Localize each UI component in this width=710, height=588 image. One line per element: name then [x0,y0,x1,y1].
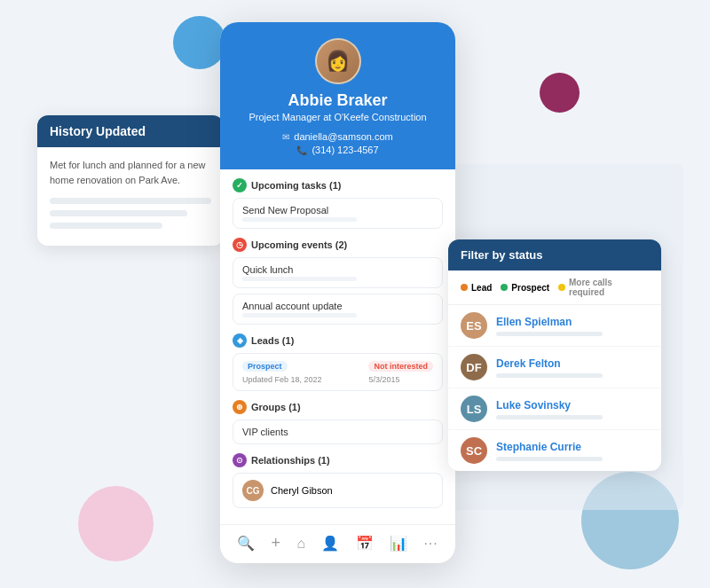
groups-icon: ⊕ [233,400,247,414]
group-item-1[interactable]: VIP clients [233,419,443,444]
history-line-3 [50,223,162,229]
leads-header: ◈ Leads (1) [233,333,443,348]
lead-dot [461,284,468,291]
tasks-icon: ✓ [233,178,247,192]
upcoming-events-label: Upcoming events (2) [251,239,347,250]
nav-home[interactable]: ⌂ [296,536,305,552]
contact-info: ✉ daniella@samson.com 📞 (314) 123-4567 [234,131,441,155]
contact-phone: (314) 123-4567 [312,145,378,155]
phone-nav: 🔍 + ⌂ 👤 📅 📊 ··· [220,524,455,563]
leads-row: Prospect Updated Feb 18, 2022 Not intere… [242,360,433,384]
history-card: History Updated Met for lunch and planne… [37,115,224,246]
person-line-3 [496,415,603,419]
person-line-2 [496,373,603,378]
avatar: 👩 [315,38,361,84]
phone-card-body: ✓ Upcoming tasks (1) Send New Proposal ◷… [220,169,455,524]
deco-circle-pink [78,486,154,561]
lead-label: Lead [471,283,492,293]
lead-item-1[interactable]: Prospect Updated Feb 18, 2022 Not intere… [233,353,443,391]
filter-title: Filter by status [461,248,542,262]
history-card-header: History Updated [37,115,224,147]
person-row-2[interactable]: DF Derek Felton [448,347,661,388]
person-avatar-3: LS [461,396,487,422]
more-dot [558,284,565,291]
event-text-2: Annual account update [242,301,433,311]
history-line-2 [50,210,187,216]
relationships-label: Relationships (1) [251,455,330,466]
prospect-label: Prospect [511,283,549,293]
deco-circle-blue-top [173,16,226,69]
event-item-1[interactable]: Quick lunch [233,257,443,288]
avatar-image: 👩 [317,38,359,84]
task-item-1[interactable]: Send New Proposal [233,198,443,229]
person-line-4 [496,457,603,461]
nav-chart[interactable]: 📊 [390,535,407,552]
nav-more[interactable]: ··· [423,536,438,552]
relationships-section: ⊙ Relationships (1) CG Cheryl Gibson [233,453,443,508]
filter-tag-prospect[interactable]: Prospect [501,283,549,293]
contact-phone-row: 📞 (314) 123-4567 [296,145,378,155]
upcoming-events-section: ◷ Upcoming events (2) Quick lunch Annual… [233,238,443,325]
person-name-4: Stephanie Currie [496,441,649,453]
leads-label: Leads (1) [251,335,294,346]
upcoming-tasks-section: ✓ Upcoming tasks (1) Send New Proposal [233,178,443,229]
rel-avatar-1: CG [242,480,264,501]
person-row-1[interactable]: ES Ellen Spielman [448,305,661,347]
upcoming-tasks-header: ✓ Upcoming tasks (1) [233,178,443,192]
rel-name-1: Cheryl Gibson [271,485,333,496]
upcoming-events-header: ◷ Upcoming events (2) [233,238,443,252]
person-avatar-2: DF [461,354,487,380]
person-row-3[interactable]: LS Luke Sovinsky [448,388,661,430]
contact-email: daniella@samson.com [294,131,392,142]
filter-tag-more[interactable]: More calls required [558,278,649,297]
person-info-3: Luke Sovinsky [496,399,649,419]
contact-name: Abbie Braker [234,91,441,110]
event-item-2[interactable]: Annual account update [233,294,443,325]
event-text-1: Quick lunch [242,264,433,275]
leads-date: 5/3/2015 [368,375,433,384]
leads-icon: ◈ [233,333,247,348]
task-text-1: Send New Proposal [242,205,433,216]
filter-header: Filter by status [448,239,661,270]
person-info-4: Stephanie Currie [496,441,649,461]
event-sub-1 [242,277,357,281]
person-avatar-4: SC [461,437,487,464]
deco-circle-maroon [540,73,580,113]
person-avatar-1: ES [461,312,487,339]
scene: History Updated Met for lunch and planne… [0,0,710,588]
contact-title: Project Manager at O'Keefe Construction [234,112,441,122]
groups-label: Groups (1) [251,402,301,412]
phone-card: 👩 Abbie Braker Project Manager at O'Keef… [220,22,455,563]
phone-card-header: 👩 Abbie Braker Project Manager at O'Keef… [220,22,455,169]
person-row-4[interactable]: SC Stephanie Currie [448,430,661,471]
task-sub-1 [242,217,357,222]
nav-add[interactable]: + [272,534,281,553]
groups-section: ⊕ Groups (1) VIP clients [233,400,443,444]
filter-tags: Lead Prospect More calls required [448,270,661,305]
leads-right: Not interested 5/3/2015 [368,360,433,384]
relationship-item-1[interactable]: CG Cheryl Gibson [233,473,443,508]
history-line-1 [50,198,211,204]
phone-icon: 📞 [296,145,307,155]
prospect-dot [501,284,508,291]
person-name-2: Derek Felton [496,357,649,370]
person-line-1 [496,332,603,336]
nav-person[interactable]: 👤 [321,535,339,552]
prospect-badge: Prospect [242,361,288,372]
leads-updated: Updated Feb 18, 2022 [242,375,322,384]
person-info-1: Ellen Spielman [496,316,649,336]
filter-tag-lead[interactable]: Lead [461,283,492,293]
person-name-1: Ellen Spielman [496,316,649,328]
upcoming-tasks-label: Upcoming tasks (1) [251,180,341,191]
nav-calendar[interactable]: 📅 [356,535,374,552]
group-text-1: VIP clients [242,427,433,437]
leads-left: Prospect Updated Feb 18, 2022 [242,360,322,384]
person-info-2: Derek Felton [496,357,649,378]
history-card-title: History Updated [50,124,146,138]
not-interested-badge: Not interested [368,361,433,372]
history-card-body: Met for lunch and planned for a new home… [37,147,224,246]
nav-search[interactable]: 🔍 [237,535,255,552]
more-label: More calls required [569,278,649,297]
filter-card: Filter by status Lead Prospect More call… [448,239,661,471]
relationships-icon: ⊙ [233,453,247,467]
